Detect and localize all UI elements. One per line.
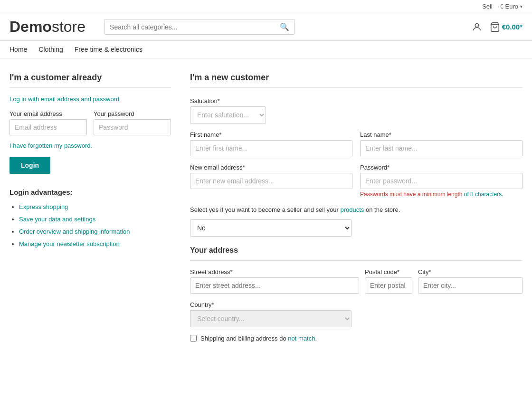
search-input[interactable] <box>110 23 280 31</box>
new-email-field[interactable] <box>190 173 352 189</box>
new-email-group: New email address* <box>190 164 352 198</box>
header-icons: €0.00* <box>472 22 522 32</box>
register-divider <box>190 87 522 88</box>
register-section: I'm a new customer Salutation* Enter sal… <box>190 73 522 342</box>
currency-selector[interactable]: € Euro <box>500 3 522 10</box>
city-label: City* <box>418 268 522 276</box>
login-divider <box>10 87 171 88</box>
sell-link[interactable]: Sell <box>482 3 493 10</box>
address-section: Your address Street address* Postal code… <box>190 246 522 342</box>
email-group: Your email address <box>10 110 87 135</box>
seller-text: Select yes if you want to become a selle… <box>190 205 522 215</box>
name-row: First name* Last name* <box>190 131 522 156</box>
postal-label: Postal code* <box>365 268 412 276</box>
shipping-mismatch-label: Shipping and billing address do not matc… <box>200 335 317 342</box>
search-bar: 🔍 <box>104 19 294 35</box>
advantage-link-3[interactable]: Manage your newsletter subscription <box>19 240 120 247</box>
new-email-label: New email address* <box>190 164 352 171</box>
firstname-group: First name* <box>190 131 352 156</box>
svg-point-0 <box>475 23 478 27</box>
salutation-label: Salutation* <box>190 97 266 104</box>
advantages-section: Login advantages: Express shopping Save … <box>10 188 171 250</box>
nav-free-time[interactable]: Free time & electronics <box>75 46 142 53</box>
country-group: Country* Select country... Germany Austr… <box>190 301 522 327</box>
address-divider <box>190 260 522 261</box>
postal-group: Postal code* <box>365 268 412 294</box>
search-button[interactable]: 🔍 <box>280 22 289 31</box>
email-field[interactable] <box>10 119 87 135</box>
advantage-link-0[interactable]: Express shopping <box>19 203 68 210</box>
seller-select[interactable]: No Yes <box>190 219 352 237</box>
cart-icon-button[interactable]: €0.00* <box>490 22 522 32</box>
new-password-group: Password* Passwords must have a minimum … <box>360 164 522 198</box>
salutation-select[interactable]: Enter salutation... Mr. Mrs. Ms. Mx. <box>190 106 266 124</box>
address-row: Street address* Postal code* City* <box>190 268 522 294</box>
login-form-row: Your email address Your password <box>10 110 171 142</box>
logo-bold: Demo <box>10 18 52 35</box>
list-item: Order overview and shipping information <box>19 226 171 238</box>
firstname-field[interactable] <box>190 140 352 156</box>
advantages-list: Express shopping Save your data and sett… <box>10 201 171 250</box>
register-heading: I'm a new customer <box>190 73 522 83</box>
password-group: Your password <box>94 110 171 135</box>
city-group: City* <box>418 268 522 294</box>
advantage-link-2[interactable]: Order overview and shipping information <box>19 228 130 235</box>
email-password-row: New email address* Password* Passwords m… <box>190 164 522 198</box>
cart-price: €0.00* <box>502 23 522 31</box>
login-heading: I'm a customer already <box>10 73 171 83</box>
list-item: Express shopping <box>19 201 171 213</box>
email-label: Your email address <box>10 110 87 117</box>
shipping-checkbox-row: Shipping and billing address do not matc… <box>190 335 522 342</box>
street-field[interactable] <box>190 277 359 294</box>
password-hint-link: of 8 characters. <box>464 191 504 198</box>
seller-products-link[interactable]: products <box>341 206 364 213</box>
password-label: Your password <box>94 110 171 117</box>
salutation-group: Salutation* Enter salutation... Mr. Mrs.… <box>190 97 266 124</box>
main-content: I'm a customer already Log in with email… <box>0 58 532 356</box>
list-item: Manage your newsletter subscription <box>19 238 171 250</box>
cart-icon <box>490 22 500 32</box>
postal-field[interactable] <box>365 277 412 294</box>
new-password-label: Password* <box>360 164 522 171</box>
top-bar: Sell € Euro <box>0 0 532 13</box>
country-select[interactable]: Select country... Germany Austria Switze… <box>190 310 352 327</box>
password-hint: Passwords must have a minimum length of … <box>360 191 522 198</box>
password-field[interactable] <box>94 119 171 135</box>
logo-light: store <box>52 18 86 35</box>
user-icon-button[interactable] <box>472 22 482 32</box>
lastname-field[interactable] <box>360 140 522 156</box>
lastname-group: Last name* <box>360 131 522 156</box>
new-password-field[interactable] <box>360 173 522 189</box>
nav-clothing[interactable]: Clothing <box>38 46 63 53</box>
main-nav: Home Clothing Free time & electronics <box>0 41 532 58</box>
login-subtitle: Log in with email address and password <box>10 95 171 103</box>
seller-section: Select yes if you want to become a selle… <box>190 205 522 237</box>
address-heading: Your address <box>190 246 522 255</box>
user-icon <box>472 22 482 32</box>
shipping-mismatch-checkbox[interactable] <box>190 335 197 342</box>
forgot-password-link[interactable]: I have forgotten my password. <box>10 142 92 149</box>
forgot-password-text: I have forgotten my password. <box>10 142 171 149</box>
city-field[interactable] <box>418 277 522 294</box>
advantages-heading: Login advantages: <box>10 188 171 196</box>
advantage-link-1[interactable]: Save your data and settings <box>19 216 95 223</box>
street-label: Street address* <box>190 268 359 276</box>
login-button[interactable]: Login <box>10 157 50 174</box>
login-section: I'm a customer already Log in with email… <box>10 73 171 342</box>
logo: Demostore <box>10 18 86 36</box>
shipping-mismatch-link[interactable]: not match <box>288 335 315 342</box>
firstname-label: First name* <box>190 131 352 138</box>
country-label: Country* <box>190 301 522 308</box>
lastname-label: Last name* <box>360 131 522 138</box>
street-group: Street address* <box>190 268 359 294</box>
nav-home[interactable]: Home <box>10 46 27 53</box>
list-item: Save your data and settings <box>19 213 171 226</box>
header: Demostore 🔍 €0.00* <box>0 13 532 41</box>
